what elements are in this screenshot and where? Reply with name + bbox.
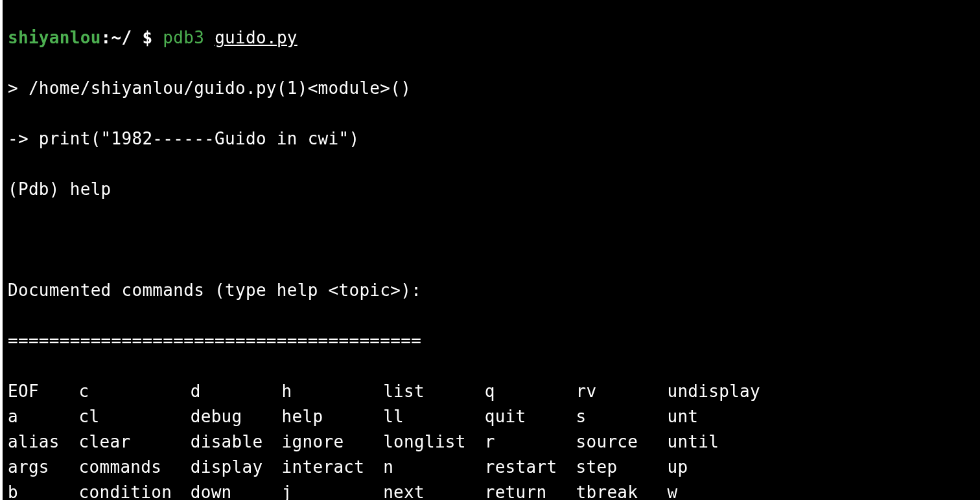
prompt-hostsep: :: [101, 28, 111, 47]
command-name: c: [79, 379, 191, 404]
documented-commands-separator: ========================================: [8, 328, 975, 354]
command-name: q: [485, 379, 576, 404]
command-name: a: [8, 404, 79, 429]
command-name: until: [667, 429, 769, 455]
command-name: ignore: [282, 429, 384, 455]
command-name: next: [383, 480, 485, 500]
pdb-location-line: > /home/shiyanlou/guido.py(1)<module>(): [8, 76, 975, 101]
commands-table: EOFcdhlistqrvundisplayacldebughelpllquit…: [8, 379, 975, 500]
command-name: longlist: [383, 429, 485, 455]
command-name: unt: [667, 404, 769, 429]
command-name: b: [8, 480, 79, 500]
command-name: up: [667, 455, 769, 480]
command-name: commands: [79, 455, 191, 480]
command-name: display: [191, 455, 282, 480]
command-name: s: [576, 404, 668, 429]
command-name: ll: [383, 404, 485, 429]
blank-line: [8, 227, 975, 253]
command-name: disable: [191, 429, 282, 455]
prompt-command: pdb3: [163, 28, 204, 47]
command-name: down: [191, 480, 282, 500]
command-name: cl: [79, 404, 191, 429]
command-name: interact: [282, 455, 384, 480]
command-name: quit: [485, 404, 576, 429]
command-name: h: [282, 379, 384, 404]
command-name: d: [191, 379, 282, 404]
command-name: debug: [191, 404, 282, 429]
pdb-help-command: (Pdb) help: [8, 177, 975, 202]
command-name: step: [576, 455, 668, 480]
command-name: list: [383, 379, 485, 404]
command-name: j: [282, 480, 384, 500]
table-row: aliascleardisableignorelonglistrsourceun…: [8, 429, 975, 455]
prompt-path: ~/: [111, 28, 132, 47]
documented-commands-heading: Documented commands (type help <topic>):: [8, 278, 975, 303]
command-name: undisplay: [667, 379, 769, 404]
command-name: return: [485, 480, 576, 500]
table-row: acldebughelpllquitsunt: [8, 404, 975, 429]
command-name: clear: [79, 429, 191, 455]
command-name: w: [667, 480, 769, 500]
prompt-user: shiyanlou: [8, 28, 101, 47]
command-name: args: [8, 455, 79, 480]
prompt-arg: guido.py: [215, 28, 298, 47]
command-name: EOF: [8, 379, 79, 404]
table-row: bconditiondownjnextreturntbreakw: [8, 480, 975, 500]
command-name: alias: [8, 429, 79, 455]
command-name: restart: [485, 455, 576, 480]
command-name: help: [282, 404, 384, 429]
table-row: EOFcdhlistqrvundisplay: [8, 379, 975, 404]
prompt-dollar: $: [132, 28, 163, 47]
command-name: tbreak: [576, 480, 668, 500]
command-name: r: [485, 429, 576, 455]
terminal[interactable]: shiyanlou:~/ $ pdb3 guido.py > /home/shi…: [0, 0, 980, 500]
command-name: source: [576, 429, 668, 455]
pdb-current-line: -> print("1982------Guido in cwi"): [8, 126, 975, 152]
command-name: rv: [576, 379, 668, 404]
prompt-space: [204, 28, 215, 47]
table-row: argscommandsdisplayinteractnrestartstepu…: [8, 455, 975, 480]
command-name: n: [383, 455, 485, 480]
command-name: condition: [79, 480, 191, 500]
shell-prompt-line: shiyanlou:~/ $ pdb3 guido.py: [8, 25, 975, 51]
